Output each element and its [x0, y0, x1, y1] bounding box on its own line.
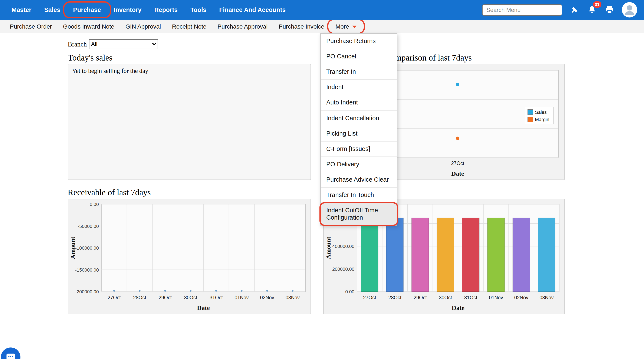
chevron-down-icon	[352, 25, 356, 28]
svg-text:29Oct: 29Oct	[159, 295, 172, 300]
svg-text:27Oct: 27Oct	[363, 295, 376, 300]
menu-item-indent-cutoff-time-configuration[interactable]: Indent CutOff Time Configuration	[321, 203, 397, 225]
receivable-chart-panel: 0.00-50000.00-100000.00-150000.00-200000…	[68, 199, 311, 314]
gavel-icon	[570, 5, 579, 15]
menu-item-po-delivery[interactable]: PO Delivery	[321, 157, 397, 172]
chat-bubble-icon	[5, 352, 16, 359]
notification-badge: 31	[593, 1, 602, 8]
chat-support-button[interactable]	[1, 347, 20, 359]
menu-item-purchase-returns[interactable]: Purchase Returns	[321, 34, 397, 49]
menu-item-indent[interactable]: Indent	[321, 80, 397, 95]
search-input[interactable]	[482, 4, 562, 16]
branch-select[interactable]: All	[89, 39, 158, 49]
svg-text:Amount: Amount	[325, 237, 332, 259]
more-label: More	[336, 23, 349, 30]
subnav-item-gin-approval[interactable]: GIN Approval	[120, 21, 166, 32]
svg-text:Date: Date	[451, 170, 464, 177]
subnav-item-goods-inward-note[interactable]: Goods Inward Note	[58, 21, 120, 32]
svg-text:-150000.00: -150000.00	[75, 267, 99, 273]
menu-item-indent-cancellation[interactable]: Indent Cancellation	[321, 111, 397, 126]
svg-text:Margin: Margin	[535, 117, 549, 122]
svg-text:01Nov: 01Nov	[234, 295, 249, 300]
today-sales-message: Yet to begin selling for the day	[68, 64, 310, 78]
top-navbar: Master Sales Purchase Inventory Reports …	[0, 0, 644, 20]
gavel-button[interactable]	[570, 5, 580, 15]
menu-item-po-cancel[interactable]: PO Cancel	[321, 49, 397, 64]
menu-item-indent-cutoff-label: Indent CutOff Time Configuration	[326, 207, 378, 221]
today-sales-panel: Yet to begin selling for the day	[68, 64, 311, 180]
svg-text:01Nov: 01Nov	[489, 295, 503, 300]
nav-item-tools[interactable]: Tools	[184, 4, 213, 16]
svg-text:-200000.00: -200000.00	[75, 289, 99, 294]
svg-text:31Oct: 31Oct	[210, 295, 223, 300]
menu-item-c-form-issues[interactable]: C-Form [Issues]	[321, 142, 397, 157]
today-sales-title: Today's sales	[68, 53, 112, 63]
print-button[interactable]	[604, 5, 614, 15]
subnav-item-purchase-invoice[interactable]: Purchase Invoice	[273, 21, 330, 32]
menu-item-transfer-in[interactable]: Transfer In	[321, 64, 397, 80]
notifications-button[interactable]: 31	[587, 5, 597, 15]
svg-text:Amount: Amount	[69, 237, 76, 259]
nav-item-reports[interactable]: Reports	[148, 4, 184, 16]
svg-text:-50000.00: -50000.00	[78, 224, 99, 229]
more-dropdown-menu: Purchase Returns PO Cancel Transfer In I…	[320, 33, 398, 226]
person-icon	[622, 2, 637, 18]
svg-text:0.00: 0.00	[345, 289, 354, 294]
subnav-item-more[interactable]: More	[330, 21, 362, 32]
svg-text:Date: Date	[452, 304, 464, 311]
subnav-item-purchase-order[interactable]: Purchase Order	[4, 21, 58, 32]
menu-item-picking-list[interactable]: Picking List	[321, 126, 397, 141]
svg-text:28Oct: 28Oct	[133, 295, 146, 300]
svg-text:30Oct: 30Oct	[439, 295, 452, 300]
svg-text:03Nov: 03Nov	[286, 295, 300, 300]
nav-item-master[interactable]: Master	[5, 4, 38, 16]
svg-text:29Oct: 29Oct	[414, 295, 427, 300]
svg-text:Date: Date	[197, 304, 210, 311]
svg-text:Sales: Sales	[535, 110, 547, 115]
svg-text:31Oct: 31Oct	[464, 295, 478, 300]
receivable-chart: 0.00-50000.00-100000.00-150000.00-200000…	[68, 199, 310, 314]
svg-text:02Nov: 02Nov	[514, 295, 528, 300]
menu-item-auto-indent[interactable]: Auto Indent	[321, 95, 397, 111]
svg-text:02Nov: 02Nov	[260, 295, 274, 300]
branch-label: Branch	[68, 40, 87, 48]
user-avatar[interactable]	[622, 2, 637, 18]
app-root: Master Sales Purchase Inventory Reports …	[0, 0, 644, 359]
svg-text:27Oct: 27Oct	[108, 295, 121, 300]
top-navbar-right: 31	[482, 2, 644, 18]
nav-item-purchase-label: Purchase	[73, 7, 101, 13]
subnav-item-purchase-approval[interactable]: Purchase Approval	[212, 21, 273, 32]
top-navbar-items: Master Sales Purchase Inventory Reports …	[0, 4, 292, 16]
nav-item-inventory[interactable]: Inventory	[107, 4, 148, 16]
svg-text:28Oct: 28Oct	[388, 295, 402, 300]
svg-text:30Oct: 30Oct	[184, 295, 197, 300]
branch-filter-row: Branch All	[68, 39, 158, 49]
nav-item-sales[interactable]: Sales	[38, 4, 67, 16]
printer-icon	[605, 5, 614, 15]
receivable-svg: 0.00-50000.00-100000.00-150000.00-200000…	[68, 199, 310, 314]
svg-text:0.00: 0.00	[90, 202, 99, 207]
svg-text:27Oct: 27Oct	[451, 161, 464, 166]
subnav-item-receipt-note[interactable]: Receipt Note	[166, 21, 212, 32]
svg-text:03Nov: 03Nov	[540, 295, 554, 300]
svg-text:200000.00: 200000.00	[332, 266, 354, 272]
menu-item-purchase-advice-clear[interactable]: Purchase Advice Clear	[321, 172, 397, 188]
menu-item-transfer-in-touch[interactable]: Transfer In Touch	[321, 188, 397, 203]
nav-item-finance-and-accounts[interactable]: Finance And Accounts	[213, 4, 292, 16]
purchase-subnav: Purchase Order Goods Inward Note GIN App…	[0, 20, 644, 33]
nav-item-purchase[interactable]: Purchase	[67, 4, 107, 16]
svg-text:400000.00: 400000.00	[332, 244, 354, 249]
receivable-chart-title: Receivable of last 7days	[68, 188, 151, 197]
svg-text:-100000.00: -100000.00	[75, 245, 99, 251]
